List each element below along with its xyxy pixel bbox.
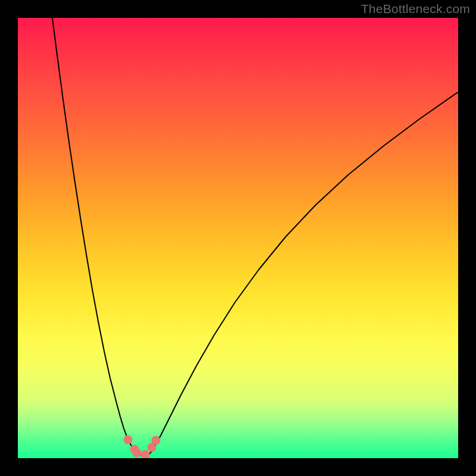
basin-marker [141,450,150,459]
curve-path [52,18,458,456]
basin-marker [152,436,161,445]
chart-plot-area [18,18,458,458]
watermark-text: TheBottleneck.com [361,2,470,16]
bottleneck-curve [18,18,458,458]
basin-marker [124,436,133,444]
basin-marker [133,449,142,458]
